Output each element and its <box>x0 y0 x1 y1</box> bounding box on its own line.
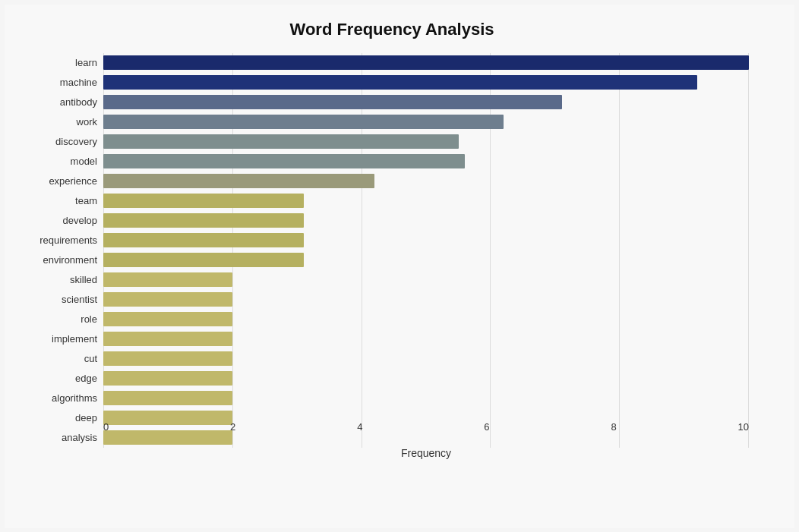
bar-label: team <box>24 195 103 206</box>
bar <box>103 75 697 89</box>
bar-row: skilled <box>103 270 749 290</box>
bars-wrapper: learnmachineantibodyworkdiscoverymodelex… <box>103 53 749 448</box>
x-tick: 2 <box>230 421 235 433</box>
bar <box>103 351 232 365</box>
bar-row: role <box>103 310 749 329</box>
bar <box>103 371 232 385</box>
x-tick: 4 <box>357 421 362 433</box>
bar <box>103 115 504 128</box>
chart-area: learnmachineantibodyworkdiscoverymodelex… <box>20 53 764 478</box>
bar-label: algorithms <box>24 392 103 404</box>
bar <box>103 272 232 286</box>
bar-label: machine <box>24 77 103 88</box>
bar-row: cut <box>103 349 749 369</box>
bar-row: work <box>103 112 749 132</box>
bar-row: algorithms <box>103 389 749 408</box>
bar <box>103 95 562 109</box>
bar-label: scientist <box>24 294 103 305</box>
bar-label: discovery <box>24 136 103 147</box>
bar <box>103 154 465 168</box>
bar-label: learn <box>24 57 103 68</box>
bar <box>103 174 374 187</box>
bar-label: role <box>24 313 103 325</box>
bar-row: team <box>103 191 749 211</box>
bar-label: analysis <box>24 432 103 443</box>
bar-row: scientist <box>103 290 749 310</box>
bar-row: develop <box>103 211 749 231</box>
bar-label: antibody <box>24 96 103 108</box>
bar-label: edge <box>24 373 103 384</box>
x-tick: 6 <box>484 421 489 433</box>
bar <box>103 253 304 266</box>
bar <box>103 55 749 69</box>
bar-row: environment <box>103 250 749 270</box>
bar-label: skilled <box>24 274 103 285</box>
bar <box>103 134 459 148</box>
bar <box>103 312 232 326</box>
bar-label: experience <box>24 175 103 187</box>
bar <box>103 233 304 247</box>
bar <box>103 292 232 306</box>
x-axis: 0246810Frequency <box>103 417 749 448</box>
bar-label: environment <box>24 254 103 266</box>
bar-row: model <box>103 152 749 172</box>
bar <box>103 332 232 345</box>
x-tick: 10 <box>737 421 748 433</box>
x-tick-container: 0246810Frequency <box>103 421 749 433</box>
bar <box>103 194 304 207</box>
chart-container: Word Frequency Analysis learnmachineanti… <box>5 5 794 528</box>
bar-row: learn <box>103 53 749 73</box>
bar <box>103 213 304 227</box>
bar-label: work <box>24 116 103 127</box>
bar-label: deep <box>24 412 103 423</box>
bar-row: edge <box>103 369 749 389</box>
bar-row: requirements <box>103 231 749 250</box>
bar-label: implement <box>24 333 103 345</box>
bar-row: discovery <box>103 132 749 152</box>
x-tick: 8 <box>611 421 616 433</box>
bar-row: implement <box>103 329 749 349</box>
bar-row: antibody <box>103 93 749 112</box>
bar-label: requirements <box>24 235 103 246</box>
plot-area: learnmachineantibodyworkdiscoverymodelex… <box>103 53 749 448</box>
bar-row: experience <box>103 172 749 191</box>
x-axis-label: Frequency <box>103 447 749 459</box>
bar-label: develop <box>24 215 103 226</box>
bar <box>103 391 232 405</box>
bar-row: machine <box>103 73 749 93</box>
bar-label: cut <box>24 353 103 364</box>
chart-title: Word Frequency Analysis <box>20 20 764 39</box>
bar-label: model <box>24 156 103 167</box>
x-tick: 0 <box>103 421 109 433</box>
